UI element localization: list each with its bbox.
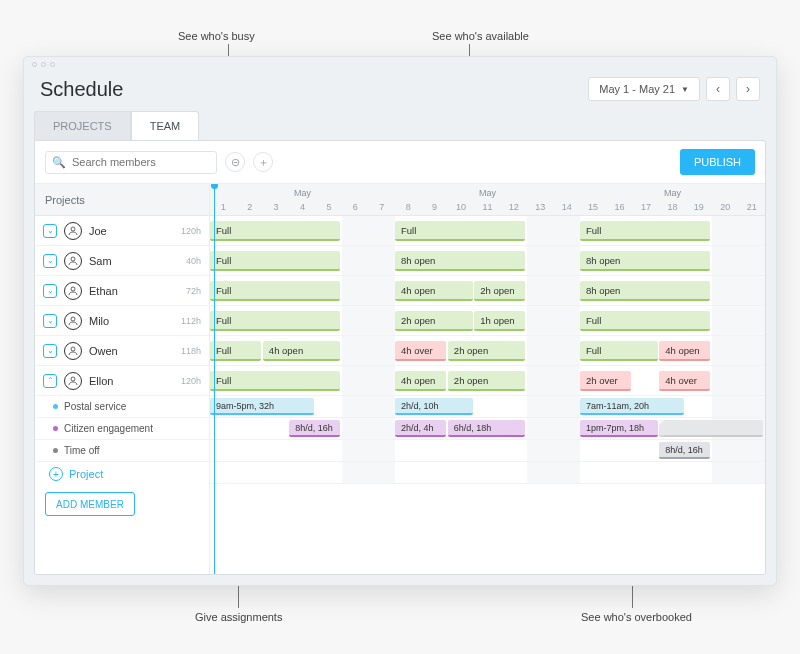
callout-overbooked: See who's overbooked: [581, 611, 692, 623]
prev-button[interactable]: ‹: [706, 77, 730, 101]
member-lane[interactable]: Full8h open8h open: [210, 246, 765, 276]
expand-toggle[interactable]: ⌄: [43, 224, 57, 238]
schedule-bar[interactable]: 9am-5pm, 32h: [210, 398, 314, 415]
member-lane[interactable]: Full2h open1h openFull: [210, 306, 765, 336]
schedule-bar[interactable]: Full: [580, 341, 658, 361]
member-name: Ethan: [89, 285, 179, 297]
search-icon: 🔍: [52, 156, 66, 169]
schedule-bar[interactable]: 2h open: [395, 311, 473, 331]
member-lane[interactable]: Full4h open4h over2h openFull4h open: [210, 336, 765, 366]
svg-point-2: [71, 287, 75, 291]
svg-point-5: [71, 377, 75, 381]
filter-button[interactable]: ⊝: [225, 152, 245, 172]
schedule-bar[interactable]: 4h open: [395, 281, 473, 301]
schedule-bar[interactable]: [659, 420, 763, 437]
avatar-icon: [64, 252, 82, 270]
date-range-label: May 1 - May 21: [599, 83, 675, 95]
add-button[interactable]: ＋: [253, 152, 273, 172]
schedule-bar[interactable]: 2h open: [448, 371, 526, 391]
member-name: Sam: [89, 255, 179, 267]
svg-point-1: [71, 257, 75, 261]
publish-button[interactable]: PUBLISH: [680, 149, 755, 175]
callout-busy: See who's busy: [178, 30, 255, 42]
expand-toggle[interactable]: ⌄: [43, 284, 57, 298]
schedule-bar[interactable]: 2h/d, 4h: [395, 420, 446, 437]
schedule-bar[interactable]: Full: [395, 221, 525, 241]
member-lane[interactable]: Full4h open2h open8h open: [210, 276, 765, 306]
schedule-bar[interactable]: Full: [210, 251, 340, 271]
schedule-bar[interactable]: 8h open: [580, 251, 710, 271]
member-hours: 120h: [181, 226, 201, 236]
schedule-bar[interactable]: Full: [210, 371, 340, 391]
avatar-icon: [64, 282, 82, 300]
app-window: Schedule May 1 - May 21 ▼ ‹ › PROJECTS T…: [23, 56, 777, 586]
left-header: Projects: [35, 184, 209, 216]
avatar-icon: [64, 372, 82, 390]
page-title: Schedule: [40, 78, 123, 101]
date-range-picker[interactable]: May 1 - May 21 ▼: [588, 77, 700, 101]
schedule-bar[interactable]: 1h open: [474, 311, 525, 331]
member-name: Ellon: [89, 375, 174, 387]
member-hours: 118h: [181, 346, 201, 356]
avatar-icon: [64, 312, 82, 330]
expand-toggle[interactable]: ⌄: [43, 344, 57, 358]
schedule-bar[interactable]: 6h/d, 18h: [448, 420, 526, 437]
project-lane[interactable]: 9am-5pm, 32h2h/d, 10h7am-11am, 20h: [210, 396, 765, 418]
schedule-bar[interactable]: 8h open: [395, 251, 525, 271]
schedule-bar[interactable]: 4h over: [395, 341, 446, 361]
schedule-bar[interactable]: Full: [210, 311, 340, 331]
schedule-bar[interactable]: 1pm-7pm, 18h: [580, 420, 658, 437]
expand-toggle[interactable]: ⌄: [43, 254, 57, 268]
schedule-bar[interactable]: 8h/d, 16h: [289, 420, 340, 437]
timeline-header: MayMayMay 123456789101112131415161718192…: [210, 184, 765, 216]
svg-point-4: [71, 347, 75, 351]
next-button[interactable]: ›: [736, 77, 760, 101]
project-color-dot: [53, 404, 58, 409]
schedule-bar[interactable]: Full: [210, 341, 261, 361]
add-project-label: Project: [69, 468, 103, 480]
schedule-bar[interactable]: 2h open: [448, 341, 526, 361]
schedule-bar[interactable]: Full: [580, 221, 710, 241]
avatar-icon: [64, 342, 82, 360]
expand-toggle[interactable]: ⌃: [43, 374, 57, 388]
project-lane[interactable]: 8h/d, 16h: [210, 440, 765, 462]
member-hours: 40h: [186, 256, 201, 266]
member-lane[interactable]: Full4h open2h open2h over4h over: [210, 366, 765, 396]
add-project-button[interactable]: +Project: [35, 462, 209, 486]
callout-assignments: Give assignments: [195, 611, 282, 623]
schedule-bar[interactable]: 4h open: [659, 341, 710, 361]
tab-projects[interactable]: PROJECTS: [34, 111, 131, 140]
project-color-dot: [53, 448, 58, 453]
schedule-bar[interactable]: 7am-11am, 20h: [580, 398, 684, 415]
search-input[interactable]: [72, 156, 210, 168]
schedule-bar[interactable]: 8h open: [580, 281, 710, 301]
today-marker: [214, 184, 215, 574]
search-input-wrapper[interactable]: 🔍: [45, 151, 217, 174]
schedule-bar[interactable]: Full: [210, 281, 340, 301]
avatar-icon: [64, 222, 82, 240]
member-hours: 120h: [181, 376, 201, 386]
schedule-bar[interactable]: 2h over: [580, 371, 631, 391]
member-hours: 112h: [181, 316, 201, 326]
plus-icon: +: [49, 467, 63, 481]
schedule-bar[interactable]: 4h open: [263, 341, 341, 361]
schedule-bar[interactable]: 8h/d, 16h: [659, 442, 710, 459]
schedule-bar[interactable]: Full: [580, 311, 710, 331]
schedule-bar[interactable]: Full: [210, 221, 340, 241]
member-name: Owen: [89, 345, 174, 357]
tab-team[interactable]: TEAM: [131, 111, 200, 140]
schedule-bar[interactable]: 2h open: [474, 281, 525, 301]
expand-toggle[interactable]: ⌄: [43, 314, 57, 328]
subrow-name: Postal service: [64, 401, 126, 412]
member-lane[interactable]: FullFullFull: [210, 216, 765, 246]
schedule-bar[interactable]: 2h/d, 10h: [395, 398, 473, 415]
chevron-down-icon: ▼: [681, 85, 689, 94]
schedule-bar[interactable]: 4h open: [395, 371, 446, 391]
project-color-dot: [53, 426, 58, 431]
subrow-name: Time off: [64, 445, 100, 456]
callout-available: See who's available: [432, 30, 529, 42]
add-member-button[interactable]: ADD MEMBER: [45, 492, 135, 516]
project-lane[interactable]: 8h/d, 16h2h/d, 4h6h/d, 18h1pm-7pm, 18h: [210, 418, 765, 440]
schedule-bar[interactable]: 4h over: [659, 371, 710, 391]
svg-point-0: [71, 227, 75, 231]
